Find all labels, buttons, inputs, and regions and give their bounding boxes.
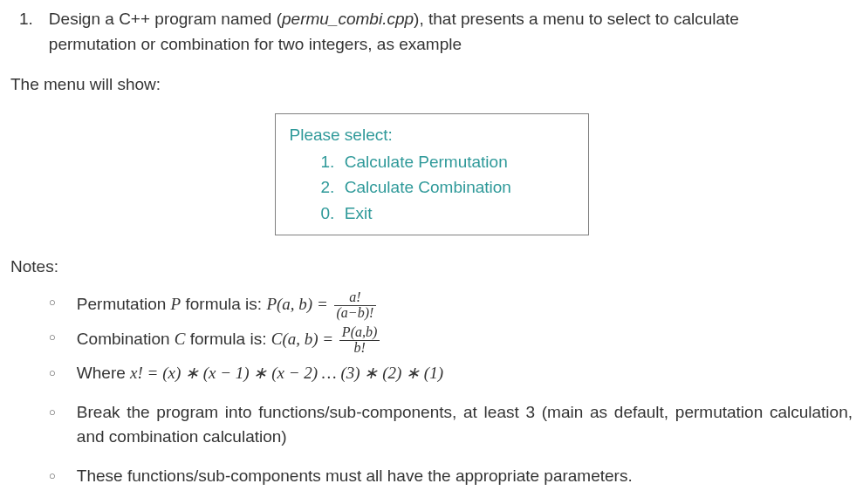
menu-item-num: 0.	[321, 201, 340, 226]
menu-item-label: Exit	[345, 204, 373, 222]
menu-item-2: 2. Calculate Combination	[290, 174, 574, 200]
fraction-den: b!	[339, 341, 380, 356]
fraction-den: (a−b)!	[334, 306, 377, 321]
q-text-line2: permutation or combination for two integ…	[49, 35, 462, 53]
note-factorial: ○ Where x! = (x) ∗ (x − 1) ∗ (x − 2) … (…	[49, 361, 853, 386]
menu-item-num: 1.	[321, 149, 340, 174]
bullet-icon: ○	[49, 400, 56, 450]
bullet-icon: ○	[49, 290, 56, 321]
menu-header: Please select:	[290, 123, 574, 148]
menu-box: Please select: 1. Calculate Permutation …	[275, 113, 589, 236]
menu-item-num: 2.	[321, 174, 340, 200]
note-part: Where	[77, 364, 130, 382]
bullet-icon: ○	[49, 325, 56, 356]
note-permutation: ○ Permutation P formula is: P(a, b) = a!…	[49, 290, 853, 321]
menu-item-label: Calculate Permutation	[345, 153, 508, 171]
fraction: a!(a−b)!	[334, 290, 377, 321]
formula-lhs: C(a, b) =	[271, 330, 338, 349]
question-number: 1.	[19, 7, 33, 57]
fraction-num: a!	[334, 290, 377, 306]
note-text: Permutation P formula is: P(a, b) = a!(a…	[77, 290, 853, 321]
note-symbol-P: P	[171, 295, 182, 313]
note-parameters: ○ These functions/sub-components must al…	[49, 464, 853, 489]
note-text: Break the program into functions/sub-com…	[77, 400, 853, 450]
menu-item-0: 0. Exit	[290, 201, 574, 226]
notes-list: ○ Permutation P formula is: P(a, b) = a!…	[10, 290, 853, 504]
q-filename: permu_combi.cpp	[282, 10, 414, 28]
q-text-part1: Design a C++ program named (	[49, 10, 282, 28]
note-text: These functions/sub-components must all …	[77, 464, 853, 489]
note-symbol-C: C	[175, 330, 186, 349]
fraction: P(a,b)b!	[339, 325, 380, 356]
note-text: Combination C formula is: C(a, b) = P(a,…	[77, 325, 853, 356]
formula-lhs: P(a, b) =	[266, 295, 332, 313]
factorial-formula: x! = (x) ∗ (x − 1) ∗ (x − 2) … (3) ∗ (2)…	[130, 364, 443, 382]
note-break-program: ○ Break the program into functions/sub-c…	[49, 400, 853, 450]
bullet-icon: ○	[49, 464, 56, 489]
bullet-icon: ○	[49, 361, 56, 386]
question-text: Design a C++ program named (permu_combi.…	[49, 7, 739, 57]
note-part: formula is:	[186, 330, 271, 349]
note-part: Combination	[77, 330, 175, 349]
fraction-num: P(a,b)	[339, 325, 380, 341]
note-part: formula is:	[181, 295, 266, 313]
notes-header: Notes:	[10, 255, 853, 280]
note-combination: ○ Combination C formula is: C(a, b) = P(…	[49, 325, 853, 356]
menu-intro: The menu will show:	[10, 72, 853, 98]
note-text: Where x! = (x) ∗ (x − 1) ∗ (x − 2) … (3)…	[77, 361, 853, 386]
question-line: 1. Design a C++ program named (permu_com…	[10, 7, 853, 57]
q-text-part2: ), that presents a menu to select to cal…	[414, 10, 739, 28]
note-part: Permutation	[77, 295, 171, 313]
menu-item-label: Calculate Combination	[345, 178, 511, 196]
menu-item-1: 1. Calculate Permutation	[290, 149, 574, 174]
